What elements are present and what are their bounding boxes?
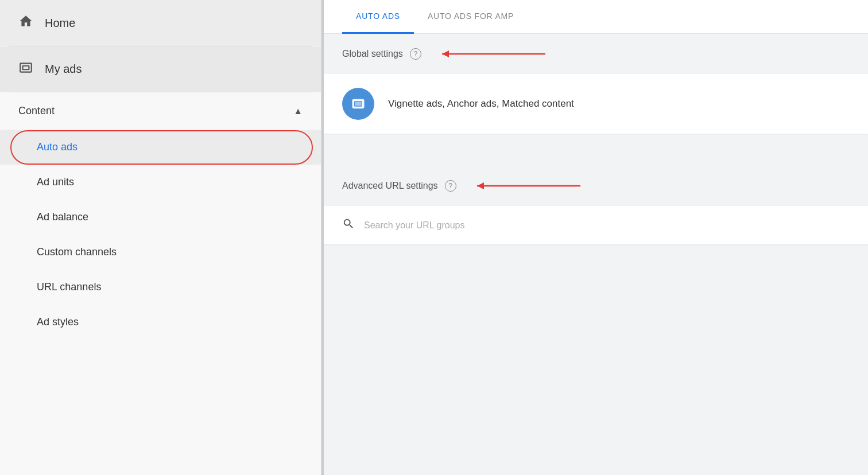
- advanced-url-settings-header: Advanced URL settings ?: [324, 166, 868, 206]
- card-description: Vignette ads, Anchor ads, Matched conten…: [388, 98, 574, 110]
- ad-units-label: Ad units: [37, 176, 74, 188]
- sidebar-item-home[interactable]: Home: [0, 0, 321, 46]
- svg-rect-1: [23, 66, 29, 70]
- advanced-url-settings-help-icon[interactable]: ?: [445, 180, 456, 192]
- spacer-3: [324, 157, 868, 166]
- global-settings-card[interactable]: Vignette ads, Anchor ads, Matched conten…: [324, 74, 868, 134]
- content-label: Content: [18, 105, 55, 117]
- home-label: Home: [45, 17, 75, 30]
- sidebar-item-url-channels[interactable]: URL channels: [0, 270, 321, 305]
- global-settings-title: Global settings: [342, 49, 403, 59]
- arrow-annotation-global: [431, 45, 557, 63]
- svg-marker-9: [477, 182, 484, 189]
- sidebar-item-my-ads[interactable]: My ads: [0, 46, 321, 92]
- sidebar-item-ad-balance[interactable]: Ad balance: [0, 200, 321, 235]
- arrow-annotation-advanced: [466, 177, 592, 194]
- red-arrow-advanced: [466, 177, 592, 194]
- sidebar-item-ad-styles[interactable]: Ad styles: [0, 305, 321, 340]
- my-ads-label: My ads: [45, 63, 82, 76]
- my-ads-icon: [18, 60, 33, 78]
- sidebar-item-custom-channels[interactable]: Custom channels: [0, 235, 321, 270]
- ad-balance-label: Ad balance: [37, 211, 88, 223]
- ad-icon: [342, 88, 374, 120]
- svg-rect-7: [355, 102, 362, 106]
- sidebar-item-ad-units[interactable]: Ad units: [0, 165, 321, 200]
- svg-marker-3: [442, 50, 449, 57]
- tab-auto-ads-amp[interactable]: AUTO ADS FOR AMP: [414, 0, 528, 34]
- global-settings-header: Global settings ?: [324, 34, 868, 74]
- search-icon: [342, 217, 355, 233]
- ad-styles-label: Ad styles: [37, 316, 79, 328]
- tabs-bar: AUTO ADS AUTO ADS FOR AMP: [324, 0, 868, 34]
- svg-rect-0: [20, 63, 32, 72]
- home-icon: [18, 14, 33, 32]
- sidebar-item-auto-ads[interactable]: Auto ads: [0, 130, 321, 165]
- chevron-up-icon: ▲: [293, 106, 303, 116]
- tab-auto-ads[interactable]: AUTO ADS: [342, 0, 414, 34]
- advanced-url-settings-title: Advanced URL settings: [342, 181, 438, 191]
- content-area: Global settings ? V: [324, 34, 868, 244]
- search-url-groups-box[interactable]: Search your URL groups: [324, 206, 868, 244]
- search-url-groups-placeholder: Search your URL groups: [364, 220, 465, 231]
- content-section-header[interactable]: Content ▲: [0, 92, 321, 130]
- global-settings-help-icon[interactable]: ?: [410, 48, 421, 60]
- sidebar: Home My ads Content ▲ Auto ads Ad units …: [0, 0, 321, 475]
- spacer-2: [324, 147, 868, 157]
- red-arrow-global: [431, 45, 557, 63]
- custom-channels-label: Custom channels: [37, 246, 117, 258]
- spacer-1: [324, 138, 868, 147]
- auto-ads-label: Auto ads: [37, 141, 78, 153]
- url-channels-label: URL channels: [37, 281, 101, 293]
- main-content: AUTO ADS AUTO ADS FOR AMP Global setting…: [324, 0, 868, 475]
